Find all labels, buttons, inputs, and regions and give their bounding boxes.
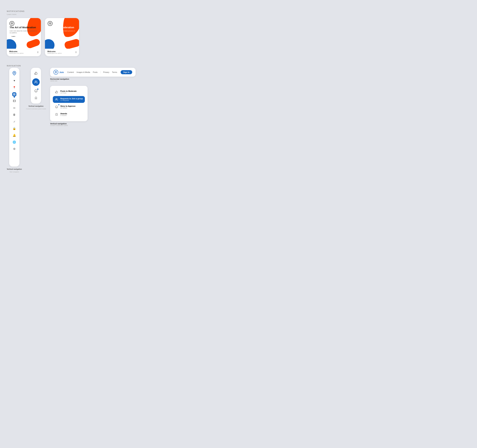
hnav-logo-text: Join xyxy=(59,71,64,74)
hnav-separator xyxy=(100,71,101,73)
card1-footer-title: Welcome xyxy=(9,50,24,53)
svg-point-0 xyxy=(12,23,12,24)
hnav-link-terms[interactable]: Terms xyxy=(112,71,117,73)
hnav-subcaption: Admin site xyxy=(50,80,136,82)
cmod-posts-info: Posts to Moderate 20 Posts xyxy=(60,90,77,94)
cmod-posts-sub: 20 Posts xyxy=(60,92,77,94)
vnav-face-icon[interactable] xyxy=(34,89,38,93)
vnav-main: ♥ 📍 🎞 ✏ xyxy=(9,68,19,166)
notifications-section: NOTIFICATIONS Learn more The Art of Mode… xyxy=(7,10,470,56)
vnav-heart-icon[interactable]: ♥ xyxy=(12,79,16,83)
vnav-main-subcaption: Main navigation xyxy=(10,171,19,173)
cmod-awards-title: Awards xyxy=(60,112,67,115)
svg-rect-6 xyxy=(14,94,15,95)
vnav-main-wrapper: ♥ 📍 🎞 ✏ xyxy=(7,68,22,173)
card1-drop-icon xyxy=(37,51,38,53)
vnav-thumbs-icon[interactable] xyxy=(34,71,38,75)
vnav-film-icon[interactable]: 🎞 xyxy=(12,99,16,103)
notification-card-2: The Art of Moderation Learn more about t… xyxy=(45,18,79,56)
card2-desc: Learn more about the moderation process … xyxy=(48,30,76,34)
right-column: Join Content Images & Media Posts Privac… xyxy=(50,68,136,126)
svg-rect-5 xyxy=(13,94,14,95)
card2-visual: The Art of Moderation Learn more about t… xyxy=(45,18,79,49)
notifications-cards: The Art of Moderation Learn more about t… xyxy=(7,18,470,56)
cmod-item-story[interactable]: Story to Approve 23 Stories xyxy=(53,104,85,110)
cmod-posts-icon xyxy=(54,90,59,94)
nav-row: ♥ 📍 🎞 ✏ xyxy=(7,68,470,173)
svg-point-11 xyxy=(55,72,56,72)
hnav-caption: Horizontal navigation xyxy=(50,78,136,80)
cmod-story-info: Story to Approve 23 Stories xyxy=(60,105,76,109)
card2-title: The Art of Moderation xyxy=(48,26,74,29)
cmod-awards-info: Awards 9 Awards xyxy=(60,112,67,116)
vnav-grid-icon[interactable] xyxy=(12,92,16,96)
vnav-bell-icon[interactable]: 🔔 xyxy=(12,133,16,137)
cmod-requests-info: Requests to Join a group 11 Requests xyxy=(60,98,83,101)
hnav-link-posts[interactable]: Posts xyxy=(93,71,98,73)
card1-footer: Welcome Notification for admin xyxy=(7,49,41,56)
cmod-awards-icon xyxy=(54,112,59,117)
vnav-mobile-subcaption: Content moderation panel mobile xyxy=(26,108,46,110)
notification-card-1: The Art of Moderation Learn more about t… xyxy=(7,18,41,56)
card1-title: The Art of Moderation xyxy=(10,26,36,29)
hnav-logo[interactable]: Join xyxy=(54,70,64,75)
vnav-lock-icon[interactable]: 🔒 xyxy=(12,126,16,130)
svg-point-7 xyxy=(35,81,36,82)
svg-point-13 xyxy=(55,106,58,108)
vnav-main-caption: Vertical navigation xyxy=(7,168,22,170)
card2-footer-sub: Notification for admin xyxy=(47,53,62,54)
cmod-panel: Posts to Moderate 20 Posts xyxy=(50,86,88,121)
hnav-link-privacy[interactable]: Privacy xyxy=(103,71,109,73)
card1-desc: Learn more about the moderation process … xyxy=(10,30,38,34)
cmod-posts-title: Posts to Moderate xyxy=(60,90,77,92)
cmod-wrapper: Posts to Moderate 20 Posts xyxy=(50,83,136,126)
card2-mod-icon xyxy=(48,21,53,26)
vnav-pencil-icon[interactable]: ✏ xyxy=(12,106,16,110)
navigation-label: NAVIGATION xyxy=(7,65,470,67)
vnav-mobile xyxy=(31,68,41,104)
card1-footer-info: Welcome Notification for admin xyxy=(9,50,24,54)
vnav-trash-icon[interactable]: 🗑 xyxy=(12,113,16,117)
svg-rect-3 xyxy=(13,93,14,94)
cmod-subcaption: Content moderation panel xyxy=(50,125,136,126)
svg-point-12 xyxy=(56,98,57,99)
svg-point-1 xyxy=(50,23,50,24)
card2-drop-icon xyxy=(75,51,77,53)
vnav-gear-icon[interactable]: ⚙ xyxy=(12,147,16,151)
cmod-story-sub: 23 Stories xyxy=(60,107,76,109)
card2-learn-btn[interactable]: Learn xyxy=(48,35,55,38)
navigation-section: NAVIGATION ♥ 📍 xyxy=(7,65,470,173)
vnav-mobile-wrapper: Vertical navigation Content moderation p… xyxy=(26,68,46,110)
svg-point-2 xyxy=(14,72,15,73)
notifications-learn-more[interactable]: Learn more xyxy=(7,13,470,15)
vnav-pin-icon[interactable]: 📍 xyxy=(12,85,16,89)
cmod-caption: Vertical navigation xyxy=(50,123,136,125)
cmod-item-requests[interactable]: Requests to Join a group 11 Requests xyxy=(53,96,85,103)
card2-footer-title: Welcome xyxy=(47,50,62,53)
cmod-item-posts[interactable]: Posts to Moderate 20 Posts xyxy=(53,88,85,95)
vnav-globe-icon[interactable]: 🌐 xyxy=(12,140,16,144)
hnav-wrapper: Join Content Images & Media Posts Privac… xyxy=(50,68,136,82)
vnav-users-active-icon[interactable] xyxy=(32,78,40,86)
vnav-check-icon[interactable]: ✓ xyxy=(12,119,16,124)
cmod-awards-sub: 9 Awards xyxy=(60,115,67,116)
card2-footer: Welcome Notification for admin xyxy=(45,49,79,56)
card1-visual: The Art of Moderation Learn more about t… xyxy=(7,18,41,49)
hnav-link-images[interactable]: Images & Media xyxy=(77,71,90,73)
svg-rect-4 xyxy=(14,93,15,94)
cmod-story-icon xyxy=(54,105,59,109)
cmod-item-awards[interactable]: Awards 9 Awards xyxy=(53,111,85,118)
vnav-logo[interactable] xyxy=(12,71,17,76)
svg-point-8 xyxy=(35,90,37,92)
hnav-link-content[interactable]: Content xyxy=(67,71,74,73)
hnav-logo-icon xyxy=(54,70,58,75)
cmod-requests-title: Requests to Join a group xyxy=(60,98,83,100)
cmod-requests-icon xyxy=(54,97,59,101)
card1-learn-btn[interactable]: Learn xyxy=(10,35,17,38)
cmod-requests-sub: 11 Requests xyxy=(60,100,83,101)
hnav-links: Content Images & Media Posts Privacy Ter… xyxy=(67,71,117,73)
vnav-bookmark-icon[interactable] xyxy=(34,96,38,100)
card2-content: The Art of Moderation Learn more about t… xyxy=(45,18,79,49)
card1-footer-sub: Notification for admin xyxy=(9,53,24,54)
hnav-signin-button[interactable]: Sign In xyxy=(121,70,132,74)
